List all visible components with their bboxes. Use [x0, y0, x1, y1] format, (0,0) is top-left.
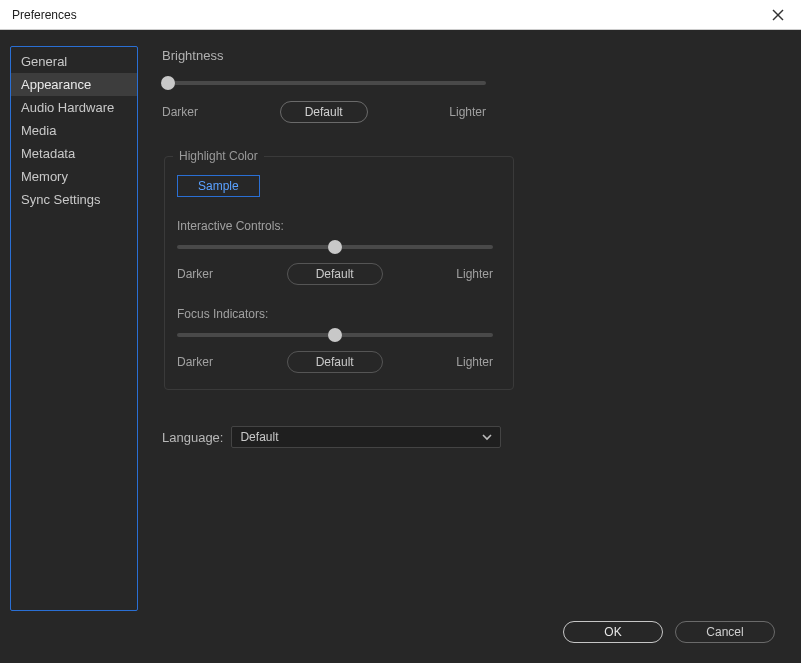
content-row: GeneralAppearanceAudio HardwareMediaMeta… [10, 46, 785, 611]
highlight-color-group: Highlight Color Sample Interactive Contr… [164, 149, 514, 390]
focus-max-label: Lighter [456, 355, 493, 369]
chevron-down-icon [482, 432, 492, 442]
titlebar: Preferences [0, 0, 801, 30]
sidebar-item-label: Appearance [21, 77, 91, 92]
highlight-legend: Highlight Color [173, 149, 264, 163]
language-row: Language: Default [162, 426, 785, 448]
brightness-slider[interactable] [162, 81, 486, 85]
dialog-footer: OK Cancel [10, 611, 785, 653]
brightness-label: Brightness [162, 48, 785, 63]
language-value: Default [240, 430, 278, 444]
dialog-body: GeneralAppearanceAudio HardwareMediaMeta… [0, 30, 801, 663]
sidebar-item-metadata[interactable]: Metadata [11, 142, 137, 165]
sidebar-item-appearance[interactable]: Appearance [11, 73, 137, 96]
brightness-footer: Darker Default Lighter [162, 101, 486, 123]
appearance-panel: Brightness Darker Default Lighter Highli… [162, 46, 785, 611]
brightness-thumb[interactable] [161, 76, 175, 90]
focus-thumb[interactable] [328, 328, 342, 342]
interactive-max-label: Lighter [456, 267, 493, 281]
focus-indicators-label: Focus Indicators: [177, 307, 505, 321]
focus-footer: Darker Default Lighter [177, 351, 493, 373]
sidebar-item-memory[interactable]: Memory [11, 165, 137, 188]
sidebar-item-sync-settings[interactable]: Sync Settings [11, 188, 137, 211]
close-icon [772, 9, 784, 21]
interactive-footer: Darker Default Lighter [177, 263, 493, 285]
sidebar-item-label: Sync Settings [21, 192, 101, 207]
interactive-thumb[interactable] [328, 240, 342, 254]
sidebar-item-label: Media [21, 123, 56, 138]
focus-min-label: Darker [177, 355, 213, 369]
brightness-slider-block: Darker Default Lighter [162, 81, 785, 123]
sidebar-item-label: Memory [21, 169, 68, 184]
interactive-slider[interactable] [177, 245, 493, 249]
cancel-button[interactable]: Cancel [675, 621, 775, 643]
sidebar-item-label: Audio Hardware [21, 100, 114, 115]
language-label: Language: [162, 430, 223, 445]
preferences-sidebar: GeneralAppearanceAudio HardwareMediaMeta… [10, 46, 138, 611]
language-select[interactable]: Default [231, 426, 501, 448]
brightness-default-button[interactable]: Default [280, 101, 368, 123]
brightness-max-label: Lighter [449, 105, 486, 119]
sidebar-item-audio-hardware[interactable]: Audio Hardware [11, 96, 137, 119]
sample-button[interactable]: Sample [177, 175, 260, 197]
preferences-window: Preferences GeneralAppearanceAudio Hardw… [0, 0, 801, 663]
interactive-controls-label: Interactive Controls: [177, 219, 505, 233]
interactive-default-button[interactable]: Default [287, 263, 383, 285]
window-title: Preferences [12, 8, 77, 22]
sidebar-item-label: Metadata [21, 146, 75, 161]
close-button[interactable] [763, 0, 793, 30]
focus-default-button[interactable]: Default [287, 351, 383, 373]
brightness-min-label: Darker [162, 105, 198, 119]
sidebar-item-label: General [21, 54, 67, 69]
sidebar-item-media[interactable]: Media [11, 119, 137, 142]
focus-slider[interactable] [177, 333, 493, 337]
sidebar-item-general[interactable]: General [11, 50, 137, 73]
interactive-min-label: Darker [177, 267, 213, 281]
ok-button[interactable]: OK [563, 621, 663, 643]
